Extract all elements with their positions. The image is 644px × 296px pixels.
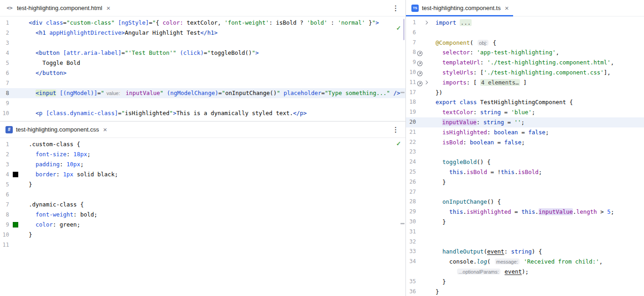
code-text: } [436, 277, 446, 287]
close-tab-icon[interactable]: × [106, 5, 110, 11]
code-token [29, 29, 36, 36]
code-token: '' [514, 119, 521, 126]
line-number: 24 [406, 157, 416, 167]
code-line: 11 imports: [ 4 elements… ] [406, 78, 644, 88]
related-symbol-icon[interactable] [417, 79, 423, 85]
code-token: event [487, 248, 504, 255]
code-editor-html[interactable]: 1<div class="custom-class" [ngStyle]="{ … [0, 17, 405, 121]
code-token: textColor, [183, 19, 224, 26]
code-token: [attr.aria-label] [63, 49, 121, 56]
code-line: 7.dynamic-class { [0, 200, 405, 210]
tab-title: test-highlighting.component.css [16, 126, 99, 133]
editor-splitter-horizontal[interactable] [0, 121, 405, 122]
caret-stripe-mark[interactable] [400, 92, 405, 93]
code-token [436, 198, 442, 205]
code-token: border [36, 171, 56, 178]
code-editor-css[interactable]: 1.custom-class {2 font-size: 18px;3 padd… [0, 138, 405, 296]
code-token: ( [487, 258, 494, 265]
code-text: .custom-class { [29, 139, 80, 149]
code-token: "'Test Button'" [125, 49, 177, 56]
code-token: templateUrl [442, 59, 480, 66]
code-token: onInputChange() [225, 90, 277, 96]
code-token: > [121, 29, 125, 36]
code-token: </p> [293, 110, 307, 116]
code-token: () { [477, 159, 490, 165]
line-number: 35 [406, 277, 416, 287]
code-line: 6 </button> [0, 68, 405, 78]
html-file-icon: <> [5, 5, 14, 12]
code-token: color: [163, 19, 183, 26]
gutter [416, 147, 428, 157]
code-token: [class.dynamic-class] [46, 110, 118, 116]
code-token [436, 129, 442, 136]
gutter [416, 117, 428, 127]
caret-stripe-mark[interactable] [400, 223, 405, 224]
inspections-ok-icon[interactable]: ✓ [395, 140, 402, 147]
code-token: 10px [67, 161, 80, 168]
related-symbol-icon[interactable] [417, 69, 423, 75]
code-token [29, 151, 36, 158]
code-token: [ngStyle] [118, 19, 149, 26]
code-token: <div [29, 19, 46, 26]
close-tab-icon[interactable]: × [103, 126, 107, 133]
code-token: " [101, 90, 104, 96]
line-number: 6 [406, 28, 416, 38]
more-options-icon[interactable]: ⋮ [392, 4, 405, 12]
line-number: 18 [406, 97, 416, 107]
color-swatch-icon[interactable] [13, 222, 18, 227]
fold-chevron-icon[interactable] [424, 80, 428, 84]
code-token: > [597, 208, 608, 215]
code-token: bold; [80, 211, 98, 218]
code-token [436, 258, 449, 265]
line-number: 20 [406, 117, 416, 127]
folded-region[interactable]: ... [460, 19, 472, 26]
code-token [456, 19, 460, 26]
code-token: this [449, 208, 463, 215]
more-options-icon[interactable]: ⋮ [392, 126, 405, 134]
tab-html-file[interactable]: <> test-highlighting.component.html × [0, 0, 115, 16]
gutter [416, 48, 428, 58]
line-number: 5 [0, 180, 9, 190]
close-tab-icon[interactable]: × [505, 5, 509, 11]
tab-css-file[interactable]: # test-highlighting.component.css × [0, 122, 112, 137]
related-symbol-icon[interactable] [417, 60, 423, 66]
code-token: log [477, 258, 487, 265]
code-token: length [576, 208, 597, 215]
folded-region[interactable]: 4 elements… [480, 79, 520, 86]
code-token: " [152, 19, 156, 26]
code-token: : [327, 19, 338, 26]
editor-splitter-vertical[interactable] [405, 0, 406, 296]
code-text: } [436, 287, 439, 296]
code-token [436, 139, 442, 146]
line-number: 6 [0, 68, 9, 78]
code-token: ] [520, 79, 527, 86]
code-text: this.isBold = !this.isBold; [436, 167, 542, 177]
line-number: 29 [406, 207, 416, 217]
code-token [29, 69, 36, 76]
code-token: : isBold ? [269, 19, 307, 26]
code-token: = [501, 109, 511, 116]
code-token: ; [521, 139, 525, 146]
code-editor-ts[interactable]: 1import ...67@Component( obj: {8 selecto… [406, 17, 644, 296]
code-text: selector: 'app-test-highlighting', [436, 48, 559, 58]
line-number: 33 [406, 247, 416, 257]
tab-ts-file[interactable]: TS test-highlighting.component.ts × [406, 0, 513, 16]
code-token: [(ngModel)] [60, 90, 98, 96]
code-token: , [611, 59, 614, 66]
code-token: solid black; [73, 171, 118, 178]
code-token: './test-highlighting.component.html' [487, 59, 611, 66]
code-token [436, 169, 449, 175]
gutter [9, 139, 19, 149]
code-token [29, 110, 36, 116]
line-number: 10 [406, 68, 416, 78]
code-token: inputValue [126, 90, 160, 96]
related-symbol-icon[interactable] [417, 50, 423, 56]
gutter [416, 247, 428, 257]
inspections-ok-icon[interactable]: ✓ [395, 25, 402, 32]
fold-chevron-icon[interactable] [424, 21, 428, 24]
gutter [416, 237, 428, 247]
line-number: 11 [406, 78, 416, 88]
code-token: } [436, 218, 446, 225]
color-swatch-icon[interactable] [13, 172, 18, 177]
scrollbar-thumb[interactable] [403, 19, 405, 40]
